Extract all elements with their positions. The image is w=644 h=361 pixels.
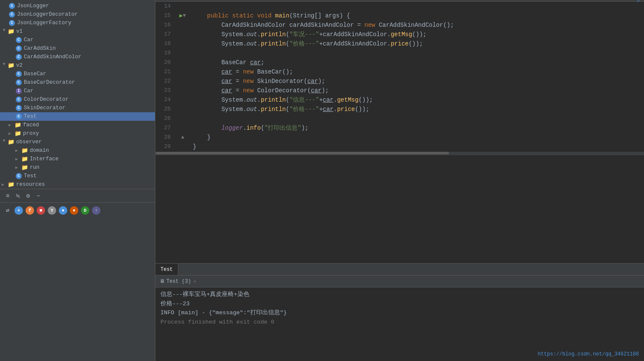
debug-up-button[interactable]: ↑	[92, 206, 100, 215]
sidebar-item-interface[interactable]: ▶ 📁 Interface	[0, 155, 155, 163]
editor-console: ✓ 14 15 ▶ ▼ public static void main(St	[155, 0, 644, 361]
code-content: public static void main(String[] args) {	[189, 11, 644, 20]
close-subtab-button[interactable]: ✕	[194, 279, 196, 284]
class-icon: C	[9, 20, 15, 26]
sidebar-item-jsonloggerdecorator[interactable]: C JsonLoggerDecorator	[0, 10, 155, 19]
line-number: 20	[155, 58, 176, 67]
line-number: 23	[155, 86, 176, 95]
sidebar-item-skindecorator[interactable]: C SkinDecorator	[0, 104, 155, 112]
code-content: car = new ColorDecorator(car);	[189, 86, 644, 95]
gutter: ▲	[176, 133, 189, 142]
line-number: 16	[155, 20, 176, 30]
gutter	[176, 2, 189, 11]
gutter	[176, 77, 189, 86]
sidebar-item-caraddskinandcolor[interactable]: C CarAddSkinAndColor	[0, 53, 155, 61]
sidebar-item-resources[interactable]: ▶ 📁 resources	[0, 180, 155, 189]
arrow-icon: ▶	[9, 131, 14, 136]
line-number: 14	[155, 2, 176, 11]
minus-icon[interactable]: −	[34, 192, 43, 200]
gutter	[176, 86, 189, 95]
code-content: System.out.println("价格---"+carAddSkinAnd…	[189, 39, 644, 48]
gutter	[176, 58, 189, 67]
sidebar-item-domain[interactable]: ▶ 📁 domain	[0, 146, 155, 155]
folder-icon: 📁	[8, 62, 14, 69]
sidebar-item-basecar[interactable]: C BaseCar	[0, 70, 155, 78]
class-icon: C	[16, 80, 22, 85]
output-url: https://blog.csdn.net/qq_34621188	[538, 350, 639, 358]
console-icon: 🖥	[160, 278, 165, 284]
console-tab-test[interactable]: Test	[155, 264, 178, 275]
align-bottom-icon[interactable]: ≒	[14, 192, 22, 200]
class-icon: C	[16, 97, 22, 102]
sidebar-item-car-v2[interactable]: I Car	[0, 87, 155, 95]
console-subtab-test3[interactable]: 🖥 Test (3) ✕	[155, 276, 200, 287]
class-icon: C	[9, 3, 15, 9]
sidebar-label: resources	[16, 182, 45, 188]
code-content	[189, 2, 644, 11]
gutter	[176, 39, 189, 48]
sidebar-label: run	[30, 165, 40, 171]
f-button[interactable]: f	[26, 206, 34, 215]
code-line-17: 17 System.out.println("车况---"+carAddSkin…	[155, 30, 644, 39]
output-line-1: 信息---裸车宝马+真皮座椅+染色	[160, 290, 639, 299]
code-line-23: 23 car = new ColorDecorator(car);	[155, 86, 644, 95]
align-top-icon[interactable]: ≡	[3, 192, 12, 200]
run-button[interactable]: ▶	[179, 11, 183, 20]
add-run-button[interactable]: +	[14, 206, 23, 215]
arrow-icon: ▶	[2, 29, 7, 34]
line-number: 22	[155, 77, 176, 86]
stop-button[interactable]: ■	[37, 206, 45, 215]
sidebar-item-proxy[interactable]: ▶ 📁 proxy	[0, 129, 155, 138]
fold-icon[interactable]: ▼	[183, 11, 186, 20]
sidebar-item-v1[interactable]: ▶ 📁 v1	[0, 27, 155, 36]
line-number: 27	[155, 123, 176, 133]
sidebar-label: v2	[16, 63, 23, 68]
sidebar-item-caraddsskin[interactable]: C CarAddSkin	[0, 44, 155, 53]
sidebar-item-v2[interactable]: ▶ 📁 v2	[0, 61, 155, 70]
fold-close-icon[interactable]: ▲	[181, 133, 184, 142]
sidebar-label: domain	[30, 148, 49, 153]
sidebar-item-jsonloggerfactory[interactable]: C JsonLoggerFactory	[0, 19, 155, 27]
sidebar-label: proxy	[23, 131, 39, 136]
filter-button[interactable]: Y	[48, 206, 56, 215]
console-subtabs: 🖥 Test (3) ✕	[155, 276, 644, 287]
editor-area: ✓ 14 15 ▶ ▼ public static void main(St	[155, 0, 644, 263]
line-number: 19	[155, 48, 176, 58]
sidebar-item-test-v2[interactable]: C Test	[0, 112, 155, 121]
sync-icon[interactable]: ⇄	[3, 206, 12, 215]
sidebar-label: Test	[24, 173, 37, 179]
gutter	[176, 30, 189, 39]
line-number: 18	[155, 39, 176, 48]
sidebar-item-colordecorator[interactable]: C ColorDecorator	[0, 95, 155, 104]
gutter: ▶ ▼	[176, 11, 189, 20]
sidebar-item-observer[interactable]: ▶ 📁 observer	[0, 138, 155, 146]
run-orange-button[interactable]: ●	[70, 206, 78, 215]
sidebar-label: JsonLoggerDecorator	[17, 11, 78, 17]
sidebar-item-run[interactable]: ▶ 📁 run	[0, 163, 155, 172]
code-container[interactable]: 14 15 ▶ ▼ public static void main(String…	[155, 2, 644, 263]
debug-green-button[interactable]: D	[81, 206, 89, 215]
code-line-28: 28 ▲ }	[155, 133, 644, 142]
settings-icon[interactable]: ⚙	[24, 192, 32, 200]
sidebar-item-faced[interactable]: ▶ 📁 faced	[0, 121, 155, 129]
code-line-21: 21 car = new BaseCar();	[155, 67, 644, 77]
sidebar-item-car-v1[interactable]: C Car	[0, 36, 155, 44]
arrow-icon: ▶	[15, 156, 20, 162]
sidebar-item-test-obs[interactable]: C Test	[0, 172, 155, 180]
folder-icon: 📁	[21, 156, 28, 162]
folder-icon: 📁	[8, 28, 14, 35]
folder-icon: 📁	[14, 122, 21, 128]
arrow-icon: ▶	[2, 182, 7, 187]
console-tab-label: Test	[160, 267, 173, 273]
sidebar-label: faced	[23, 122, 39, 128]
class-icon: C	[16, 105, 22, 111]
gutter	[176, 67, 189, 77]
sidebar-item-basecardecorator[interactable]: C BaseCarDecorator	[0, 78, 155, 87]
sidebar-label: Car	[24, 37, 34, 43]
run-green-button[interactable]: ●	[59, 206, 67, 215]
interface-icon: I	[16, 88, 22, 94]
console-area: Test 🖥 Test (3) ✕ 信息---裸车宝马+真皮座椅+染色 价格--…	[155, 263, 644, 361]
horizontal-scrollbar[interactable]	[155, 152, 644, 155]
line-number: 21	[155, 67, 176, 77]
sidebar-item-jsonlogger[interactable]: C JsonLogger	[0, 2, 155, 10]
